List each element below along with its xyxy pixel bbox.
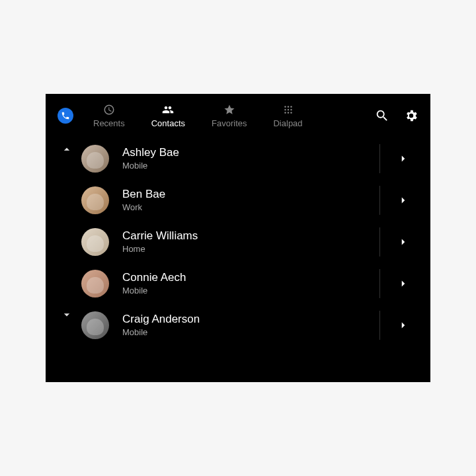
contact-detail-button[interactable] bbox=[393, 153, 413, 165]
row-divider bbox=[379, 227, 380, 257]
search-icon[interactable] bbox=[375, 108, 389, 123]
contact-name: Ashley Bae bbox=[122, 146, 366, 159]
header-actions bbox=[375, 108, 418, 123]
tab-recents[interactable]: Recents bbox=[93, 104, 125, 128]
tab-dialpad[interactable]: Dialpad bbox=[273, 104, 302, 128]
row-divider bbox=[379, 311, 380, 340]
tabs: Recents Contacts Favorites Dialpad bbox=[93, 104, 303, 128]
chevron-right-icon bbox=[397, 319, 409, 331]
people-icon bbox=[162, 104, 174, 116]
contact-detail-button[interactable] bbox=[393, 236, 413, 248]
contact-row[interactable]: Carrie Williams Home bbox=[81, 221, 430, 262]
contact-name: Ben Bae bbox=[122, 188, 366, 201]
phone-app-window: Recents Contacts Favorites Dialpad bbox=[46, 94, 430, 382]
dialpad-icon bbox=[282, 104, 294, 116]
chevron-right-icon bbox=[397, 194, 409, 206]
contact-detail-button[interactable] bbox=[393, 278, 413, 290]
scroll-down-button[interactable] bbox=[60, 308, 73, 321]
scroll-up-button[interactable] bbox=[60, 143, 73, 156]
contact-row[interactable]: Ashley Bae Mobile bbox=[81, 138, 430, 179]
avatar bbox=[81, 145, 109, 173]
contact-name: Craig Anderson bbox=[122, 313, 366, 326]
tab-label: Recents bbox=[93, 118, 125, 128]
contact-detail-button[interactable] bbox=[393, 319, 413, 331]
row-divider bbox=[379, 186, 380, 215]
avatar bbox=[81, 311, 109, 339]
contacts-list: Ashley Bae Mobile Ben Bae Work bbox=[46, 138, 430, 346]
contact-name: Carrie Williams bbox=[122, 229, 366, 243]
svg-point-8 bbox=[290, 112, 292, 113]
contact-phonetype: Mobile bbox=[122, 286, 366, 296]
chevron-right-icon bbox=[397, 153, 409, 165]
contact-row[interactable]: Ben Bae Work bbox=[81, 179, 430, 221]
svg-point-2 bbox=[290, 106, 292, 107]
star-icon bbox=[223, 104, 235, 116]
tab-contacts[interactable]: Contacts bbox=[151, 104, 185, 128]
chevron-right-icon bbox=[397, 278, 409, 290]
row-divider bbox=[379, 144, 380, 173]
row-divider bbox=[379, 269, 380, 298]
tab-favorites[interactable]: Favorites bbox=[212, 104, 247, 128]
contact-text: Craig Anderson Mobile bbox=[122, 313, 366, 337]
svg-point-5 bbox=[290, 108, 292, 110]
tab-label: Dialpad bbox=[273, 118, 302, 128]
svg-point-3 bbox=[284, 108, 286, 110]
gear-icon[interactable] bbox=[404, 108, 418, 123]
tab-label: Contacts bbox=[151, 118, 185, 128]
svg-point-1 bbox=[287, 106, 288, 107]
clock-icon bbox=[103, 104, 115, 116]
contact-phonetype: Mobile bbox=[122, 327, 366, 337]
contact-row[interactable]: Craig Anderson Mobile bbox=[81, 304, 430, 346]
contact-phonetype: Work bbox=[122, 202, 366, 212]
contact-name: Connie Aech bbox=[122, 271, 366, 284]
tab-label: Favorites bbox=[212, 118, 247, 128]
contact-phonetype: Mobile bbox=[122, 161, 366, 171]
svg-point-4 bbox=[287, 108, 288, 110]
svg-point-6 bbox=[284, 112, 286, 113]
svg-point-7 bbox=[287, 112, 288, 113]
phone-app-icon bbox=[58, 108, 73, 124]
avatar bbox=[81, 270, 109, 298]
contact-phonetype: Home bbox=[122, 244, 366, 254]
avatar bbox=[81, 228, 109, 256]
avatar bbox=[81, 186, 109, 214]
header-bar: Recents Contacts Favorites Dialpad bbox=[46, 94, 430, 138]
contact-text: Carrie Williams Home bbox=[122, 229, 366, 254]
contact-text: Connie Aech Mobile bbox=[122, 271, 366, 296]
contact-text: Ben Bae Work bbox=[122, 188, 366, 212]
svg-point-0 bbox=[284, 106, 286, 107]
chevron-right-icon bbox=[397, 236, 409, 248]
contact-row[interactable]: Connie Aech Mobile bbox=[81, 262, 430, 304]
contact-text: Ashley Bae Mobile bbox=[122, 146, 366, 171]
contact-detail-button[interactable] bbox=[393, 194, 413, 206]
